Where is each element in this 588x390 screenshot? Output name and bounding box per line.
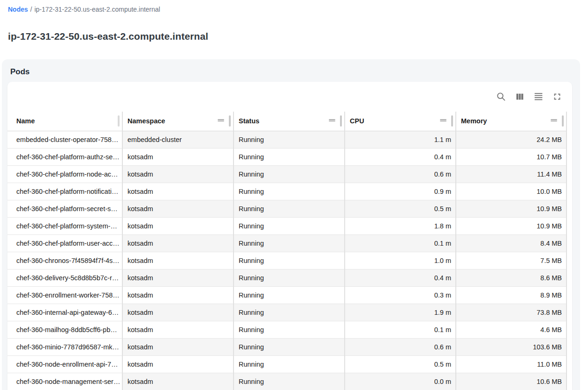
table-row[interactable]: chef-360-chef-platform-user-acc… kotsadm… bbox=[7, 234, 567, 252]
table-row[interactable]: chef-360-enrollment-worker-758… kotsadm … bbox=[7, 286, 567, 304]
cell-status: Running bbox=[234, 304, 345, 321]
cell-cpu: 0.1 m bbox=[345, 234, 456, 252]
cell-name: chef-360-delivery-5c8d8b5b7c-r… bbox=[7, 269, 122, 286]
cell-namespace: kotsadm bbox=[122, 183, 234, 200]
cell-name: chef-360-mailhog-8ddb5cff6-pb… bbox=[7, 321, 122, 338]
table-row[interactable]: chef-360-chef-platform-notificati… kotsa… bbox=[7, 183, 567, 200]
cell-namespace: kotsadm bbox=[122, 234, 234, 252]
cell-status: Running bbox=[234, 234, 345, 252]
search-icon bbox=[496, 92, 506, 102]
cell-cpu: 1.1 m bbox=[345, 131, 456, 148]
column-header-namespace[interactable]: Namespace bbox=[122, 112, 234, 131]
cell-cpu: 0.1 m bbox=[345, 321, 456, 338]
cell-status: Running bbox=[234, 321, 345, 338]
cell-memory: 10.9 MB bbox=[456, 217, 567, 234]
cell-memory: 10.6 MB bbox=[456, 373, 567, 390]
breadcrumb-nodes-link[interactable]: Nodes bbox=[8, 6, 28, 13]
column-header-name[interactable]: Name bbox=[7, 112, 122, 131]
pods-card: Pods bbox=[2, 59, 580, 390]
cell-name: chef-360-chef-platform-secret-s… bbox=[7, 200, 122, 217]
cell-namespace: kotsadm bbox=[122, 286, 234, 304]
column-resize-handle[interactable] bbox=[118, 115, 120, 127]
cell-namespace: kotsadm bbox=[122, 355, 234, 373]
cell-name: chef-360-chef-platform-system-… bbox=[7, 217, 122, 234]
cell-namespace: kotsadm bbox=[122, 217, 234, 234]
cell-name: chef-360-chef-platform-authz-se… bbox=[7, 148, 122, 165]
cell-status: Running bbox=[234, 165, 345, 183]
cell-memory: 10.9 MB bbox=[456, 200, 567, 217]
column-resize-handle[interactable] bbox=[562, 115, 564, 127]
table-header-row: Name Namespace Status CPU bbox=[7, 112, 567, 131]
cell-cpu: 0.6 m bbox=[345, 338, 456, 355]
table-row[interactable]: chef-360-chef-platform-authz-se… kotsadm… bbox=[7, 148, 567, 165]
cell-memory: 8.9 MB bbox=[456, 286, 567, 304]
drag-handle-icon[interactable] bbox=[439, 116, 448, 127]
table-row[interactable]: chef-360-chef-platform-node-ac… kotsadm … bbox=[7, 165, 567, 183]
breadcrumb-separator: / bbox=[30, 6, 32, 13]
cell-name: chef-360-chronos-7f45894f7f-4s… bbox=[7, 252, 122, 269]
table-row[interactable]: chef-360-chronos-7f45894f7f-4s… kotsadm … bbox=[7, 252, 567, 269]
cell-status: Running bbox=[234, 200, 345, 217]
cell-cpu: 0.6 m bbox=[345, 165, 456, 183]
column-header-label: CPU bbox=[350, 117, 364, 125]
table-row[interactable]: chef-360-node-enrollment-api-7… kotsadm … bbox=[7, 355, 567, 373]
breadcrumb-current: ip-172-31-22-50.us-east-2.compute.intern… bbox=[35, 6, 160, 13]
table-row[interactable]: chef-360-internal-api-gateway-6… kotsadm… bbox=[7, 304, 567, 321]
cell-name: chef-360-internal-api-gateway-6… bbox=[7, 304, 122, 321]
cell-memory: 8.6 MB bbox=[456, 269, 567, 286]
column-header-cpu[interactable]: CPU bbox=[345, 112, 456, 131]
cell-namespace: kotsadm bbox=[122, 373, 234, 390]
column-header-status[interactable]: Status bbox=[234, 112, 345, 131]
cell-namespace: kotsadm bbox=[122, 304, 234, 321]
cell-cpu: 0.0 m bbox=[345, 373, 456, 390]
drag-handle-icon[interactable] bbox=[327, 116, 337, 127]
cell-namespace: kotsadm bbox=[122, 148, 234, 165]
search-button[interactable] bbox=[494, 89, 509, 104]
cell-status: Running bbox=[234, 338, 345, 355]
cell-memory: 10.7 MB bbox=[456, 148, 567, 165]
page-title: ip-172-31-22-50.us-east-2.compute.intern… bbox=[8, 31, 588, 42]
cell-memory: 103.6 MB bbox=[456, 338, 567, 355]
cell-memory: 24.2 MB bbox=[456, 131, 567, 148]
column-resize-handle[interactable] bbox=[451, 115, 453, 127]
pods-card-title: Pods bbox=[10, 67, 580, 77]
column-resize-handle[interactable] bbox=[229, 115, 231, 127]
column-resize-handle[interactable] bbox=[340, 115, 342, 127]
show-hide-columns-icon bbox=[515, 92, 525, 102]
cell-cpu: 1.9 m bbox=[345, 304, 456, 321]
cell-cpu: 0.9 m bbox=[345, 183, 456, 200]
drag-handle-icon[interactable] bbox=[549, 116, 559, 127]
table-row[interactable]: chef-360-chef-platform-secret-s… kotsadm… bbox=[7, 200, 567, 217]
cell-memory: 11.0 MB bbox=[456, 355, 567, 373]
cell-name: embedded-cluster-operator-758… bbox=[7, 131, 122, 148]
cell-name: chef-360-chef-platform-user-acc… bbox=[7, 234, 122, 252]
cell-status: Running bbox=[234, 252, 345, 269]
table-row[interactable]: chef-360-chef-platform-system-… kotsadm … bbox=[7, 217, 567, 234]
cell-namespace: kotsadm bbox=[122, 165, 234, 183]
table-toolbar bbox=[7, 82, 572, 112]
table-row[interactable]: chef-360-delivery-5c8d8b5b7c-r… kotsadm … bbox=[7, 269, 567, 286]
drag-handle-icon[interactable] bbox=[216, 116, 226, 127]
column-header-memory[interactable]: Memory bbox=[456, 112, 567, 131]
table-row[interactable]: chef-360-node-management-ser… kotsadm Ru… bbox=[7, 373, 567, 390]
pods-table: Name Namespace Status CPU bbox=[7, 112, 567, 390]
fullscreen-icon bbox=[552, 92, 562, 102]
column-header-label: Name bbox=[16, 117, 35, 125]
table-row[interactable]: embedded-cluster-operator-758… embedded-… bbox=[7, 131, 567, 148]
table-row[interactable]: chef-360-mailhog-8ddb5cff6-pb… kotsadm R… bbox=[7, 321, 567, 338]
fullscreen-button[interactable] bbox=[550, 89, 565, 104]
pods-table-panel: Name Namespace Status CPU bbox=[7, 82, 572, 390]
cell-namespace: kotsadm bbox=[122, 269, 234, 286]
cell-cpu: 0.4 m bbox=[345, 269, 456, 286]
cell-name: chef-360-enrollment-worker-758… bbox=[7, 286, 122, 304]
cell-namespace: embedded-cluster bbox=[122, 131, 234, 148]
cell-name: chef-360-minio-7787d96587-mk… bbox=[7, 338, 122, 355]
cell-name: chef-360-chef-platform-notificati… bbox=[7, 183, 122, 200]
show-hide-columns-button[interactable] bbox=[512, 89, 527, 104]
cell-namespace: kotsadm bbox=[122, 338, 234, 355]
breadcrumb: Nodes/ip-172-31-22-50.us-east-2.compute.… bbox=[0, 0, 588, 13]
table-row[interactable]: chef-360-minio-7787d96587-mk… kotsadm Ru… bbox=[7, 338, 567, 355]
density-icon bbox=[533, 92, 544, 102]
density-button[interactable] bbox=[531, 89, 546, 104]
cell-name: chef-360-node-management-ser… bbox=[7, 373, 122, 390]
